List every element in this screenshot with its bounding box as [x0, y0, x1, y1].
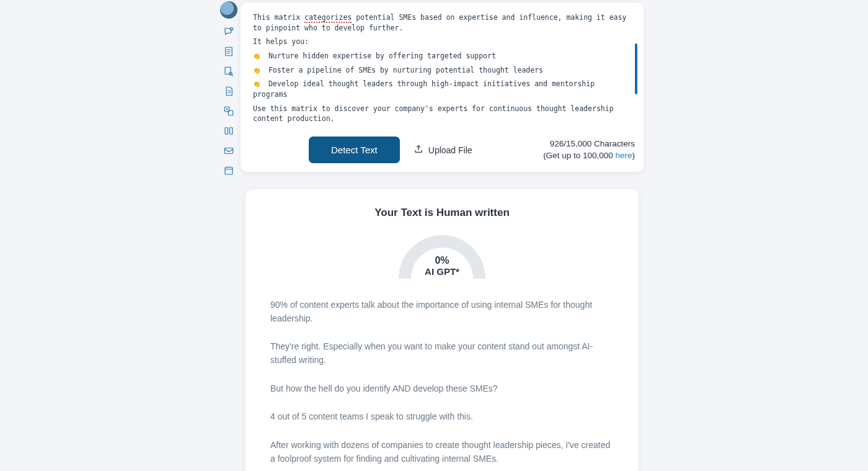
- sidebar: [219, 0, 238, 177]
- main-content: This matrix categorizes potential SMEs b…: [241, 0, 644, 471]
- result-card: Your Text is Human written 0% AI GPT* 90…: [246, 189, 639, 471]
- upload-icon: [414, 144, 423, 156]
- logo-icon[interactable]: [220, 1, 237, 19]
- mail-icon[interactable]: [222, 144, 236, 158]
- document-icon[interactable]: [222, 45, 236, 58]
- page-icon[interactable]: [222, 84, 236, 98]
- editor-line: This matrix categorizes potential SMEs b…: [253, 12, 627, 33]
- input-card: This matrix categorizes potential SMEs b…: [241, 2, 644, 172]
- upload-file-button[interactable]: Upload File: [414, 144, 472, 156]
- svg-rect-8: [224, 148, 233, 154]
- svg-rect-7: [230, 128, 233, 135]
- result-paragraph: After working with dozens of companies t…: [270, 439, 614, 465]
- editor-bullet: 👏 Develop ideal thought leaders through …: [253, 79, 627, 99]
- search-doc-icon[interactable]: [222, 65, 236, 78]
- svg-rect-9: [225, 168, 232, 174]
- chat-icon[interactable]: [222, 25, 236, 38]
- upload-label: Upload File: [428, 145, 472, 155]
- text-editor[interactable]: This matrix categorizes potential SMEs b…: [249, 7, 635, 134]
- result-paragraph: 4 out of 5 content teams I speak to stru…: [270, 410, 614, 424]
- result-paragraph: 90% of content experts talk about the im…: [270, 298, 614, 325]
- editor-line: Use this matrix to discover your company…: [253, 104, 627, 124]
- ai-gauge: 0% AI GPT*: [396, 230, 489, 280]
- actions-row: Detect Text Upload File 926/15,000 Chara…: [249, 134, 635, 163]
- editor-bullet: 👏 Nurture hidden expertise by offering t…: [253, 51, 627, 61]
- calendar-icon[interactable]: [222, 164, 236, 177]
- upgrade-link[interactable]: here: [615, 151, 632, 160]
- result-paragraph: But how the hell do you identify AND dev…: [270, 382, 614, 396]
- editor-line: It helps you:: [253, 37, 627, 47]
- editor-bullet: 👏 Foster a pipeline of SMEs by nurturing…: [253, 65, 627, 76]
- result-paragraph: They're right. Especially when you want …: [270, 340, 614, 367]
- translate-icon[interactable]: [222, 104, 236, 118]
- svg-rect-6: [225, 128, 228, 135]
- gauge-percent: 0%: [396, 255, 489, 266]
- gauge-sublabel: AI GPT*: [396, 266, 489, 277]
- columns-icon[interactable]: [222, 124, 236, 138]
- detect-text-button[interactable]: Detect Text: [309, 137, 400, 163]
- result-title: Your Text is Human written: [270, 207, 614, 219]
- result-body: 90% of content experts talk about the im…: [270, 298, 614, 471]
- character-count: 926/15,000 Characters (Get up to 100,000…: [543, 138, 635, 161]
- svg-rect-2: [225, 67, 231, 74]
